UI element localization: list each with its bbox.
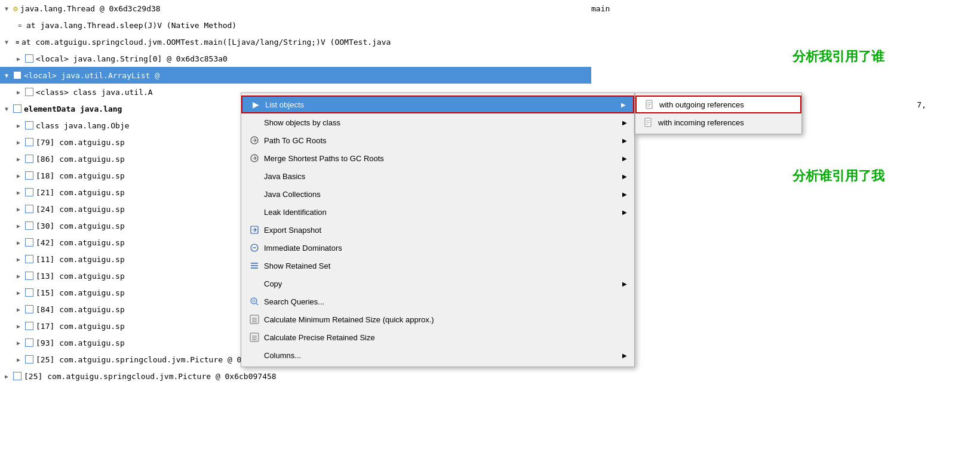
tree-row[interactable]: ▼ ≡ at com.atguigu.springcloud.jvm.OOMTe… [0, 33, 591, 50]
context-menu: ▶ List objects ▶ Show objects by class ▶… [241, 93, 635, 367]
row-label: [25] com.atguigu.springcloud.jvm.Picture… [24, 372, 277, 381]
menu-item-label: Java Collections [264, 190, 622, 199]
merge-icon [248, 152, 260, 164]
submenu-arrow-icon: ▶ [622, 191, 627, 198]
submenu-arrow-icon: ▶ [622, 281, 627, 287]
copy-icon [248, 278, 260, 290]
show-class-icon [248, 116, 260, 128]
expand-arrow: ▶ [17, 56, 25, 62]
expand-arrow: ▶ [17, 223, 25, 229]
menu-item-leak-id[interactable]: Leak Identification ▶ [241, 203, 634, 221]
doc-icon [25, 138, 33, 146]
expand-arrow: ▼ [5, 106, 13, 112]
calc-precise-icon [248, 331, 260, 343]
menu-item-immediate-dom[interactable]: Immediate Dominators [241, 239, 634, 257]
tree-row[interactable]: ▼ ⚙ java.lang.Thread @ 0x6d3c29d38 [0, 0, 591, 17]
doc-icon [25, 155, 33, 163]
menu-item-calc-precise[interactable]: Calculate Precise Retained Size [241, 328, 634, 346]
doc-icon [25, 54, 33, 63]
menu-item-label: Show Retained Set [264, 261, 627, 270]
svg-point-8 [251, 298, 257, 304]
annotation-top-right: 分析我引用了谁 [792, 48, 884, 66]
expand-arrow: ▶ [17, 189, 25, 196]
expand-arrow: ▶ [17, 239, 25, 246]
expand-arrow: ▶ [5, 373, 13, 380]
expand-arrow: ▶ [17, 306, 25, 313]
submenu-arrow-icon: ▶ [622, 352, 627, 359]
expand-arrow: ▼ [5, 39, 13, 45]
expand-arrow: ▶ [17, 156, 25, 162]
row-label: [30] com.atguigu.sp [36, 221, 125, 230]
submenu-arrow-icon: ▶ [621, 101, 626, 108]
row-label: at com.atguigu.springcloud.jvm.OOMTest.m… [21, 38, 391, 47]
incoming-doc-icon [643, 116, 655, 128]
svg-rect-15 [250, 333, 259, 341]
expand-arrow: ▶ [17, 139, 25, 146]
row-label: <local> java.util.ArrayList @ [24, 71, 159, 80]
submenu-item-outgoing[interactable]: with outgoing references [635, 96, 801, 113]
menu-item-label: Leak Identification [264, 208, 622, 217]
expand-arrow: ▶ [17, 273, 25, 279]
submenu-arrow-icon: ▶ [622, 137, 627, 144]
row-label: at java.lang.Thread.sleep(J)V (Native Me… [26, 21, 236, 30]
menu-item-merge-shortest[interactable]: Merge Shortest Paths to GC Roots ▶ [241, 149, 634, 167]
menu-item-export-snapshot[interactable]: Export Snapshot [241, 221, 634, 239]
doc-icon [25, 305, 33, 313]
menu-item-calc-min[interactable]: Calculate Minimum Retained Size (quick a… [241, 310, 634, 328]
row-label: [24] com.atguigu.sp [36, 205, 125, 214]
expand-arrow: ▶ [17, 356, 25, 363]
row-label: <local> java.lang.String[0] @ 0x6d3c853a… [36, 54, 228, 63]
expand-arrow: ▼ [5, 72, 13, 79]
menu-item-label: Path To GC Roots [264, 136, 622, 145]
doc-icon [25, 255, 33, 263]
java-icon [248, 170, 260, 182]
class-icon [25, 88, 33, 96]
expand-arrow: ▶ [17, 173, 25, 179]
doc-icon [25, 338, 33, 347]
java-coll-icon [248, 188, 260, 200]
menu-item-label: List objects [265, 100, 621, 109]
row-label: [86] com.atguigu.sp [36, 155, 125, 164]
doc-icon [25, 322, 33, 330]
tree-row[interactable]: ▶ <local> java.lang.String[0] @ 0x6d3c85… [0, 50, 591, 67]
menu-item-list-objects[interactable]: ▶ List objects ▶ [241, 96, 634, 113]
svg-rect-11 [250, 315, 259, 324]
doc-icon [13, 104, 21, 113]
leak-icon [248, 206, 260, 218]
svg-point-9 [253, 300, 255, 302]
menu-item-java-basics[interactable]: Java Basics ▶ [241, 167, 634, 185]
tree-row[interactable]: ≡ at java.lang.Thread.sleep(J)V (Native … [0, 17, 591, 33]
doc-icon [25, 355, 33, 364]
tree-row-highlighted[interactable]: ▼ <local> java.util.ArrayList @ [0, 67, 591, 84]
search-icon [248, 295, 260, 307]
expand-arrow: ▶ [17, 206, 25, 213]
menu-item-java-collections[interactable]: Java Collections ▶ [241, 185, 634, 203]
menu-item-label: Merge Shortest Paths to GC Roots [264, 154, 622, 163]
menu-item-show-retained[interactable]: Show Retained Set [241, 257, 634, 275]
row-label: <class> class java.util.A [36, 88, 153, 97]
menu-item-label: Java Basics [264, 172, 622, 181]
menu-item-label: Search Queries... [264, 297, 627, 306]
menu-item-label: Export Snapshot [264, 226, 627, 235]
tree-row[interactable]: ▶ [25] com.atguigu.springcloud.jvm.Pictu… [0, 368, 591, 384]
menu-item-show-by-class[interactable]: Show objects by class ▶ [241, 113, 634, 131]
doc-icon [25, 188, 33, 196]
retained-icon [248, 260, 260, 272]
expand-arrow: ▶ [17, 340, 25, 346]
menu-item-copy[interactable]: Copy ▶ [241, 275, 634, 292]
menu-item-search-queries[interactable]: Search Queries... [241, 292, 634, 310]
value-7: 7, [917, 100, 926, 109]
submenu-item-incoming[interactable]: with incoming references [635, 113, 801, 131]
line-icon: ≡ [16, 39, 19, 45]
submenu-item-label: with outgoing references [659, 100, 793, 109]
submenu-arrow-icon: ▶ [622, 209, 627, 215]
menu-item-path-to-gc[interactable]: Path To GC Roots ▶ [241, 131, 634, 149]
menu-item-columns[interactable]: Columns... ▶ [241, 346, 634, 364]
menu-item-label: Copy [264, 279, 622, 288]
submenu-arrow-icon: ▶ [622, 119, 627, 126]
row-label: [79] com.atguigu.sp [36, 138, 125, 147]
row-label: class java.lang.Obje [36, 121, 130, 130]
menu-item-label: Columns... [264, 351, 622, 360]
value-col-main: main [591, 0, 610, 17]
row-label: [42] com.atguigu.sp [36, 238, 125, 247]
